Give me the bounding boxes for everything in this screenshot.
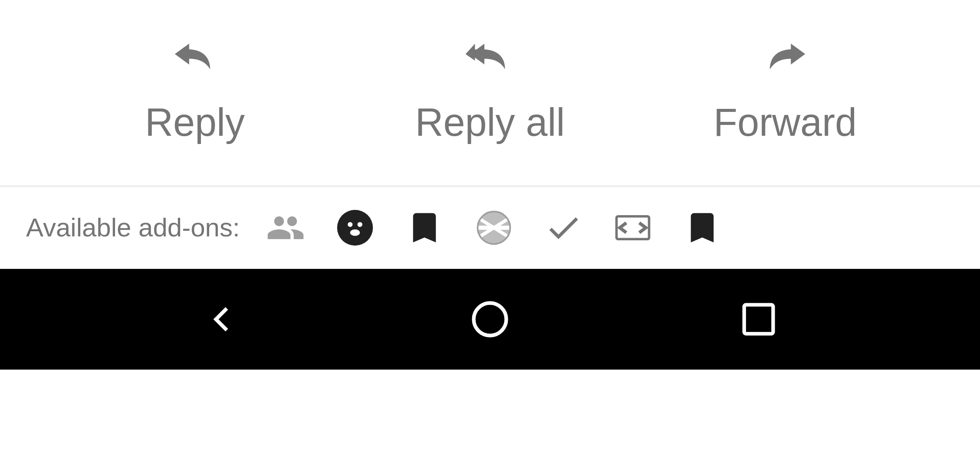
svg-point-0: [337, 210, 373, 246]
reply-all-icon: [462, 32, 518, 87]
screen-addon-icon[interactable]: [609, 204, 657, 252]
forward-label: Forward: [714, 100, 857, 145]
recents-button[interactable]: [720, 289, 798, 350]
svg-point-10: [474, 303, 506, 336]
reply-all-button[interactable]: Reply all: [342, 23, 638, 154]
home-button[interactable]: [451, 289, 529, 350]
nav-bar: [0, 269, 980, 370]
forward-icon: [761, 32, 809, 87]
svg-point-1: [348, 222, 352, 226]
reply-button[interactable]: Reply: [47, 23, 342, 154]
svg-point-3: [350, 229, 360, 236]
svg-point-2: [357, 222, 362, 226]
contacts-addon-icon[interactable]: [262, 204, 309, 252]
forward-button[interactable]: Forward: [638, 23, 933, 154]
main-content: Reply Reply all Forward: [0, 0, 980, 269]
back-button[interactable]: [182, 289, 260, 350]
action-bar: Reply Reply all Forward: [0, 0, 980, 186]
svg-rect-11: [744, 305, 773, 334]
check-addon-icon[interactable]: [539, 204, 587, 252]
reply-label: Reply: [145, 100, 245, 145]
bookmark-1-addon-icon[interactable]: [401, 204, 448, 252]
addons-bar: Available add-ons:: [0, 187, 980, 269]
reply-icon: [171, 32, 219, 87]
addons-label: Available add-ons:: [26, 213, 240, 242]
reply-all-label: Reply all: [415, 100, 565, 145]
face-addon-icon[interactable]: [331, 204, 379, 252]
candy-addon-icon[interactable]: [470, 204, 518, 252]
bookmark-2-addon-icon[interactable]: [678, 204, 726, 252]
